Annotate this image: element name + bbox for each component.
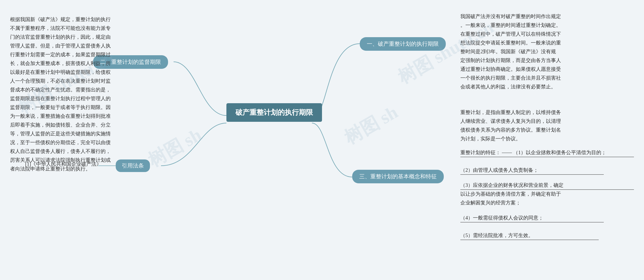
center-label: 破产重整计划的执行期限 [235,108,313,116]
branch-4-label: 三、重整计划的基本概念和特征 [359,173,437,180]
char-title-text: 重整计划的特征： —— （1）以企业拯救和债务公平清偿为目的； [460,150,606,155]
watermark-2: 树图 sh [144,123,206,173]
right-top-text: 我国破产法并没有对破产重整的时间作出规定 。一般来说，重整的时间通过重整计划确定… [460,14,561,89]
mind-map-canvas: 树图 shutu.cn 树图 sh 树图 shutu.cn 树图 sh 破产重整… [0,0,644,280]
branch-node-4: 三、重整计划的基本概念和特征 [352,170,444,183]
ref-text-block: [1]《中华人民共和国企业破产法》 [25,161,101,167]
center-node: 破产重整计划的执行期限 [226,103,322,122]
char-2-text: （2）由管理人或债务人负责制备； [460,167,538,173]
char-4-block: （4）一般需征得债权人会议的同意； [460,213,543,222]
branch-3-label: 引用法条 [122,162,144,169]
right-mid1-text-block: 重整计划，是指由重整人制定的，以维持债务 人继续营业、谋求债务人复兴为目的，以清… [460,108,561,143]
char-4-text: （4）一般需征得债权人会议的同意； [460,215,543,220]
right-mid1-text: 重整计划，是指由重整人制定的，以维持债务 人继续营业、谋求债务人复兴为目的，以清… [460,109,561,141]
branch-node-1: 一、破产重整计划的执行期限 [360,37,446,51]
char-2-block: （2）由管理人或债务人负责制备； [460,166,538,175]
branch-1-label: 一、破产重整计划的执行期限 [367,41,439,47]
watermark-4: 树图 sh [340,100,402,150]
char-5-text: （5）需经法院批准，方可生效。 [460,233,533,238]
char-3-text: （3）应依据企业的财务状况和营业前景，确定 以让步为基础的债务清偿方案，并确定有… [460,182,564,205]
char-title-block: 重整计划的特征： —— （1）以企业拯救和债务公平清偿为目的； [460,148,606,157]
right-top-text-block: 我国破产法并没有对破产重整的时间作出规定 。一般来说，重整的时间通过重整计划确定… [460,12,561,91]
char-3-block: （3）应依据企业的财务状况和营业前景，确定 以让步为基础的债务清偿方案，并确定有… [460,181,564,207]
left-text: 根据我国新《破产法》规定，重整计划的执行 不属于重整程序，法院不可能也没有能力派… [10,17,111,172]
branch-node-3: 引用法条 [116,159,150,172]
left-text-block: 根据我国新《破产法》规定，重整计划的执行 不属于重整程序，法院不可能也没有能力派… [10,15,111,173]
ref-label-text: [1]《中华人民共和国企业破产法》 [25,161,101,167]
char-5-block: （5）需经法院批准，方可生效。 [460,231,533,240]
